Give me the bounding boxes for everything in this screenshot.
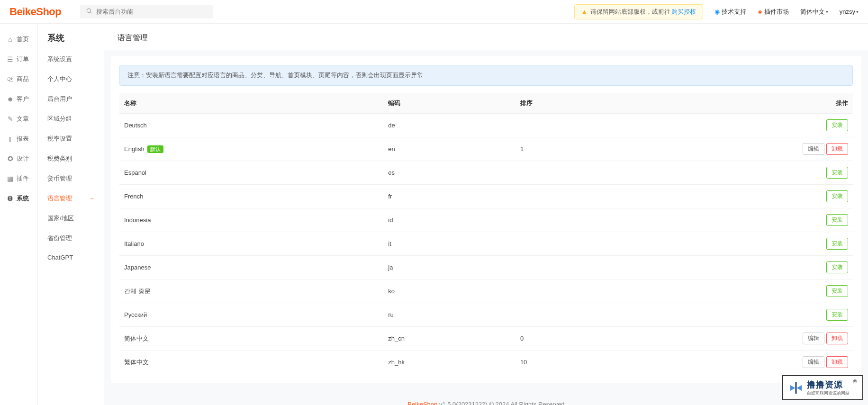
tech-support-link[interactable]: ◉ 技术支持 [714, 8, 746, 16]
secondary-nav-label: 国家/地区 [47, 214, 74, 223]
header-right: ▲ 请保留网站底部版权，或前往 购买授权 ◉ 技术支持 ◈ 插件市场 简体中文 … [574, 4, 859, 19]
install-button[interactable]: 安装 [826, 261, 848, 273]
buy-license-link[interactable]: 购买授权 [671, 8, 696, 16]
body-wrap: ⌂首页☰订单🛍商品☻客户✎文章⫿报表✪设计▦插件⚙系统 系统 系统设置个人中心后… [0, 24, 868, 405]
language-selector[interactable]: 简体中文 ▾ [800, 8, 828, 16]
cell-sort: 1 [515, 137, 765, 161]
table-row: Deutsch de 安装 [119, 114, 853, 137]
nav-label: 商品 [17, 75, 29, 83]
nav-label: 首页 [17, 35, 29, 44]
plugin-market-link[interactable]: ◈ 插件市场 [758, 8, 789, 16]
uninstall-button[interactable]: 卸载 [826, 356, 848, 368]
secondary-nav-label: 省份管理 [47, 234, 72, 243]
primary-nav-item[interactable]: ▦插件 [0, 169, 37, 189]
uninstall-button[interactable]: 卸载 [826, 143, 848, 155]
cell-code: id [383, 208, 515, 232]
cell-actions: 编辑卸载 [765, 351, 853, 374]
primary-nav-item[interactable]: 🛍商品 [0, 69, 37, 89]
install-button[interactable]: 安装 [826, 119, 848, 131]
cell-actions: 安装 [765, 208, 853, 232]
secondary-nav-item[interactable]: 区域分组 [38, 109, 104, 129]
install-button[interactable]: 安装 [826, 238, 848, 250]
table-row: 간체 중문 ko 安装 [119, 279, 853, 303]
secondary-nav-label: 语言管理 [47, 194, 72, 203]
primary-sidebar: ⌂首页☰订单🛍商品☻客户✎文章⫿报表✪设计▦插件⚙系统 [0, 24, 38, 405]
nav-label: 系统 [17, 194, 29, 203]
table-row: 简体中文 zh_cn 0 编辑卸载 [119, 327, 853, 351]
cell-name: English默认 [119, 137, 383, 161]
watermark-subtitle: 白嫖互联网资源的网站 [807, 390, 850, 396]
primary-nav-item[interactable]: ⚙系统 [0, 189, 37, 208]
chevron-down-icon: ▾ [826, 9, 828, 14]
table-row: Русский ru 安装 [119, 303, 853, 327]
user-menu[interactable]: ynzsy ▾ [840, 8, 859, 15]
cell-code: en [383, 137, 515, 161]
search-box[interactable] [80, 5, 213, 18]
install-button[interactable]: 安装 [826, 214, 848, 226]
secondary-nav-item[interactable]: 个人中心 [38, 69, 104, 89]
watermark-logo-icon [789, 381, 803, 395]
diamond-icon: ◈ [758, 8, 762, 15]
table-row: Italiano it 安装 [119, 232, 853, 256]
logo[interactable]: BeikeShop [9, 6, 61, 18]
secondary-nav-item[interactable]: 货币管理 [38, 169, 104, 189]
secondary-sidebar-title: 系统 [38, 32, 104, 49]
cell-sort [515, 279, 765, 303]
svg-rect-2 [795, 382, 796, 394]
install-button[interactable]: 安装 [826, 190, 848, 202]
watermark: 撸撸资源 白嫖互联网资源的网站 ® [782, 375, 863, 400]
svg-line-1 [90, 12, 92, 14]
info-alert: 注意：安装新语言需要配置对应语言的商品、分类、导航、首页模块、页尾等内容，否则会… [119, 65, 853, 86]
page-title: 语言管理 [104, 24, 868, 50]
col-action: 操作 [765, 93, 853, 114]
tech-support-label: 技术支持 [722, 8, 746, 16]
secondary-nav-item[interactable]: ChatGPT [38, 248, 104, 267]
cell-name: 简体中文 [119, 327, 383, 351]
cell-name: Espanol [119, 161, 383, 185]
notice-text: 请保留网站底部版权，或前往 [590, 8, 670, 16]
nav-icon: ✪ [7, 155, 14, 162]
col-sort: 排序 [515, 93, 765, 114]
uninstall-button[interactable]: 卸载 [826, 333, 848, 344]
edit-button[interactable]: 编辑 [803, 333, 824, 344]
arrow-right-icon: → [89, 195, 95, 202]
primary-nav-item[interactable]: ✪设计 [0, 149, 37, 169]
footer-brand: BeikeShop [407, 401, 437, 405]
primary-nav-item[interactable]: ☰订单 [0, 49, 37, 69]
cell-actions: 安装 [765, 232, 853, 256]
primary-nav-item[interactable]: ⌂首页 [0, 29, 37, 49]
secondary-nav-item[interactable]: 后台用户 [38, 89, 104, 109]
secondary-nav-item[interactable]: 税率设置 [38, 129, 104, 149]
cell-code: fr [383, 185, 515, 208]
secondary-nav-item[interactable]: 省份管理 [38, 228, 104, 248]
cell-actions: 安装 [765, 256, 853, 279]
install-button[interactable]: 安装 [826, 285, 848, 297]
primary-nav-item[interactable]: ⫿报表 [0, 129, 37, 149]
nav-icon: 🛍 [7, 75, 14, 83]
default-badge: 默认 [147, 145, 163, 153]
primary-nav-item[interactable]: ✎文章 [0, 109, 37, 129]
cell-sort: 10 [515, 351, 765, 374]
secondary-nav-item[interactable]: 国家/地区 [38, 208, 104, 228]
secondary-nav-label: 税率设置 [47, 135, 72, 143]
watermark-title: 撸撸资源 [807, 379, 850, 390]
secondary-nav-label: 个人中心 [47, 75, 72, 83]
nav-label: 订单 [17, 55, 29, 63]
cell-name: 繁体中文 [119, 351, 383, 374]
search-input[interactable] [96, 8, 207, 15]
install-button[interactable]: 安装 [826, 167, 848, 179]
secondary-nav-item[interactable]: 税费类别 [38, 149, 104, 169]
nav-label: 设计 [17, 154, 29, 163]
edit-button[interactable]: 编辑 [803, 143, 824, 155]
nav-icon: ⌂ [7, 36, 14, 43]
primary-nav-item[interactable]: ☻客户 [0, 89, 37, 109]
cell-actions: 安装 [765, 161, 853, 185]
secondary-nav-item[interactable]: 语言管理→ [38, 189, 104, 208]
top-header: BeikeShop ▲ 请保留网站底部版权，或前往 购买授权 ◉ 技术支持 ◈ … [0, 0, 868, 24]
cell-name: French [119, 185, 383, 208]
nav-icon: ☻ [7, 95, 14, 103]
edit-button[interactable]: 编辑 [803, 356, 824, 368]
install-button[interactable]: 安装 [826, 309, 848, 321]
secondary-nav-item[interactable]: 系统设置 [38, 49, 104, 69]
nav-label: 插件 [17, 174, 29, 183]
